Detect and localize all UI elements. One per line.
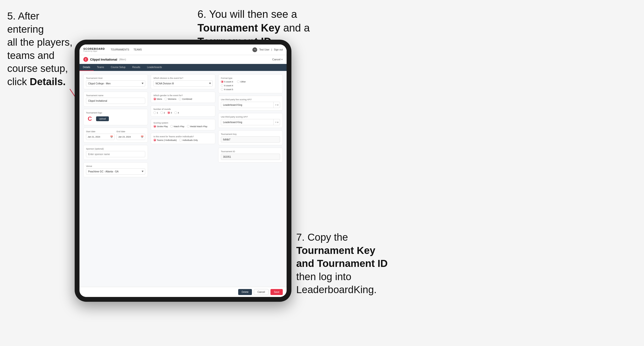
radio-4-circle xyxy=(174,111,177,114)
division-section: Which division is the event for? NCAA Di… xyxy=(151,74,215,89)
rounds-section: Number of rounds 1 2 3 xyxy=(151,105,215,117)
gender-section: Which gender is the event for? Mens Wome… xyxy=(151,92,215,103)
teams-section: Is this event for Teams and/or Individua… xyxy=(151,133,215,144)
radio-mens-circle xyxy=(154,98,156,100)
radio-stroke-circle xyxy=(154,125,156,128)
third-party2-input[interactable]: Leaderboard King × ▾ xyxy=(221,119,280,125)
tournament-host-select[interactable]: Clippd College - Men xyxy=(86,80,145,87)
divider: | xyxy=(272,48,272,51)
upload-button[interactable]: Upload xyxy=(96,116,109,121)
tournament-key-value: 6dfdb7 xyxy=(221,136,280,143)
tab-results[interactable]: Results xyxy=(129,64,144,71)
cancel-link[interactable]: Cancel × xyxy=(272,58,283,61)
nav-logo: SCOREBOARD Powered by clippd xyxy=(83,48,105,52)
radio-individuals-label: Individuals Only xyxy=(182,139,198,141)
start-date-value: Jan 21, 2024 xyxy=(88,136,109,138)
venue-label: Venue xyxy=(86,165,145,167)
third-party1-input[interactable]: Leaderboard King × ▾ xyxy=(221,102,280,108)
radio-6count5-circle xyxy=(221,88,224,91)
dates-section: Start date Jan 21, 2024 📅 End date Jan 2… xyxy=(83,128,148,143)
scoring-stroke[interactable]: Stroke Play xyxy=(154,125,168,128)
radio-teams-circle xyxy=(154,139,156,141)
radio-6count4-label: 6 count 4 xyxy=(224,84,233,87)
delete-button[interactable]: Delete xyxy=(238,289,252,295)
cancel-button[interactable]: Cancel xyxy=(254,289,268,295)
gender-combined[interactable]: Combined xyxy=(179,98,192,100)
format-5count4[interactable]: 5 count 4 xyxy=(221,80,233,83)
tournament-id-section: Tournament ID 302051 xyxy=(218,148,283,163)
logo-sub: Powered by clippd xyxy=(83,50,105,52)
page-title-row: C Clippd Invitational (Men) xyxy=(83,57,126,62)
third-party2-value: Leaderboard King xyxy=(221,121,273,124)
radio-combined-label: Combined xyxy=(182,98,192,100)
start-date-field[interactable]: Jan 21, 2024 📅 xyxy=(86,134,115,140)
radio-4-label: 4 xyxy=(178,112,179,114)
tab-course-setup[interactable]: Course Setup xyxy=(108,64,129,71)
nav-item-tournaments[interactable]: TOURNAMENTS xyxy=(110,48,129,51)
tab-leaderboards[interactable]: Leaderboards xyxy=(144,64,166,71)
third-party2-label: Use third-party scoring API? xyxy=(221,116,280,118)
gender-womens[interactable]: Womens xyxy=(164,98,176,100)
round-4[interactable]: 4 xyxy=(174,111,179,114)
sign-out-link[interactable]: Sign out xyxy=(274,48,283,51)
tournament-name-input[interactable] xyxy=(86,98,145,104)
radio-match-label: Match Play xyxy=(174,125,184,128)
logo-text: SCOREBOARD xyxy=(83,48,105,50)
scoring-medal[interactable]: Medal Match Play xyxy=(187,125,208,128)
gender-mens[interactable]: Mens xyxy=(154,98,162,100)
tournament-host-label: Tournament Host xyxy=(86,77,145,79)
nav-right: TU Test User | Sign out xyxy=(252,47,283,52)
annotation-left: 5. After enteringall the players,teams a… xyxy=(7,10,75,88)
tournament-key-section: Tournament Key 6dfdb7 xyxy=(218,130,283,145)
radio-medal-circle xyxy=(187,125,190,128)
date-row: Start date Jan 21, 2024 📅 End date Jan 2… xyxy=(86,130,145,140)
format-label: Format type xyxy=(221,77,280,79)
division-select[interactable]: NCAA Division III xyxy=(154,80,213,87)
tournament-host-section: Tournament Host Clippd College - Men xyxy=(83,74,148,89)
sponsor-input[interactable] xyxy=(86,151,145,157)
end-date-field[interactable]: Jan 23, 2024 📅 xyxy=(116,134,145,140)
radio-womens-label: Womens xyxy=(168,98,176,100)
radio-combined-circle xyxy=(179,98,181,100)
nav-bar: SCOREBOARD Powered by clippd TOURNAMENTS… xyxy=(80,44,286,55)
individuals-only[interactable]: Individuals Only xyxy=(179,139,198,141)
end-date-label: End date xyxy=(116,130,145,133)
scoring-match[interactable]: Match Play xyxy=(170,125,184,128)
radio-1-circle xyxy=(154,111,156,114)
teams-radio-group: Teams (+Individuals) Individuals Only xyxy=(154,139,213,141)
start-date-label: Start date xyxy=(86,130,115,133)
tablet: SCOREBOARD Powered by clippd TOURNAMENTS… xyxy=(75,40,292,302)
sponsor-section: Sponsor (optional) xyxy=(83,145,148,160)
venue-select[interactable]: Peachtree GC - Atlanta - GA xyxy=(86,168,145,174)
tab-teams[interactable]: Teams xyxy=(94,64,108,71)
save-button[interactable]: Save xyxy=(270,289,283,295)
third-party2-section: Use third-party scoring API? Leaderboard… xyxy=(218,113,283,128)
avatar: TU xyxy=(252,47,257,52)
format-6count4[interactable]: 6 count 4 xyxy=(221,84,280,87)
calendar-icon: 📅 xyxy=(110,136,113,138)
format-options: 5 count 4 Other 6 count 4 xyxy=(221,80,280,91)
radio-stroke-label: Stroke Play xyxy=(157,125,168,128)
rounds-radio-group: 1 2 3 4 xyxy=(154,111,213,114)
third-party2-clear[interactable]: × ▾ xyxy=(273,119,280,125)
format-other[interactable]: Other xyxy=(237,80,246,83)
format-section: Format type 5 count 4 Other xyxy=(218,74,283,93)
tab-details[interactable]: Details xyxy=(80,64,94,71)
nav-item-teams[interactable]: TEAMS xyxy=(134,48,142,51)
third-party1-clear[interactable]: × ▾ xyxy=(273,102,280,108)
division-label: Which division is the event for? xyxy=(154,77,213,79)
round-1[interactable]: 1 xyxy=(154,111,158,114)
teams-plus-individuals[interactable]: Teams (+Individuals) xyxy=(154,139,177,141)
round-2[interactable]: 2 xyxy=(160,111,165,114)
format-6count5[interactable]: 6 count 5 xyxy=(221,88,280,91)
radio-individuals-circle xyxy=(179,139,182,141)
round-3[interactable]: 3 xyxy=(168,111,172,114)
radio-3-circle xyxy=(168,111,170,114)
radio-mens-label: Mens xyxy=(157,98,162,100)
nav-items: TOURNAMENTS TEAMS xyxy=(110,48,246,51)
page-subtitle: (Men) xyxy=(119,58,126,61)
radio-other-label: Other xyxy=(240,81,246,83)
scoring-radio-group: Stroke Play Match Play Medal Match Play xyxy=(154,125,213,128)
radio-6count4-circle xyxy=(221,84,224,87)
tournament-key-label: Tournament Key xyxy=(221,133,280,135)
